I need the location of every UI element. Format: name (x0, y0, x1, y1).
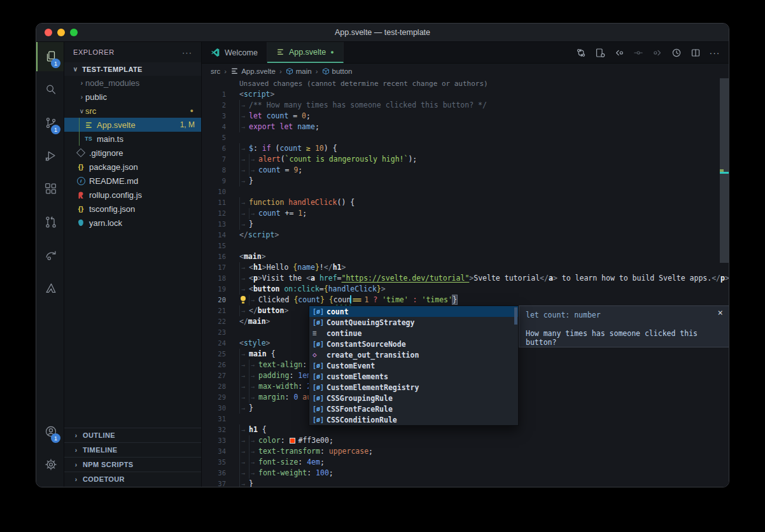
suggestion-customelementregistry[interactable]: [ø]CustomElementRegistry (309, 382, 518, 393)
code-line-5[interactable]: 5 (202, 132, 720, 143)
sidebar-item-github-pull-requests[interactable] (36, 207, 64, 237)
code-line-35[interactable]: 35→→font-size: 4em; (202, 457, 720, 468)
line-number: 5 (202, 132, 226, 143)
breadcrumb-separator: › (224, 67, 227, 75)
suggest-scrollbar[interactable] (514, 307, 517, 325)
code-line-20[interactable]: 20→Clicked {count} {coun≡1 ? 'time' : 't… (202, 295, 720, 305)
tree-item-package-json[interactable]: {}package.json (64, 160, 201, 174)
suggestion-count[interactable]: [ø]count (309, 306, 518, 317)
code-line-16[interactable]: 16<main> (202, 251, 720, 262)
tree-item-yarn-lock[interactable]: yarn.lock (64, 216, 201, 230)
code-line-18[interactable]: 18→<p>Visit the <a href="https://svelte.… (202, 273, 720, 284)
line-number: 18 (202, 273, 226, 284)
file-tree: ›node_modules›public∨src●App.svelte1, MT… (64, 76, 201, 230)
suggestion-create_out_transition[interactable]: ◇create_out_transition (309, 349, 518, 360)
tab-app-svelte[interactable]: App.svelte● (267, 42, 344, 63)
suggestion-constantsourcenode[interactable]: [ø]ConstantSourceNode (309, 339, 518, 349)
tree-item-app-svelte[interactable]: App.svelte1, M (64, 118, 201, 132)
breadcrumb-item-src[interactable]: src (211, 67, 220, 75)
panel-codetour[interactable]: ›CODETOUR (64, 472, 201, 486)
code-line-10[interactable]: 10 (202, 186, 720, 197)
tree-item-src[interactable]: ∨src● (64, 104, 201, 118)
breadcrumb-separator: › (316, 67, 318, 75)
sidebar-item-explorer[interactable]: 1 (36, 42, 64, 71)
tree-item-tsconfig-json[interactable]: {}tsconfig.json (64, 202, 201, 216)
more-editor-actions-icon[interactable]: ··· (707, 45, 722, 60)
code-line-36[interactable]: 36→→font-weight: 100; (202, 468, 720, 479)
tree-item-node-modules[interactable]: ›node_modules (64, 76, 201, 90)
tree-item-main-ts[interactable]: TSmain.ts (64, 132, 201, 146)
panel-outline[interactable]: ›OUTLINE (64, 428, 201, 442)
tree-item-readme-md[interactable]: iREADME.md (64, 174, 201, 188)
open-changes-icon[interactable] (593, 45, 608, 60)
accounts-button[interactable]: 1 (36, 417, 64, 446)
code-editor[interactable]: Unsaved changes (cannot determine recent… (202, 78, 729, 487)
code-line-8[interactable]: 8→→count = 9; (202, 165, 720, 176)
code-line-11[interactable]: 11→function handleClick() { (202, 197, 720, 208)
code-line-15[interactable]: 15 (202, 241, 720, 251)
panel-timeline[interactable]: ›TIMELINE (64, 442, 201, 457)
next-change-icon[interactable] (650, 45, 665, 60)
code-line-17[interactable]: 17→<h1>Hello {name}!</h1> (202, 262, 720, 273)
suggestion-cssconditionrule[interactable]: [ø]CSSConditionRule (309, 414, 518, 425)
tree-indent-guide (79, 132, 80, 146)
tree-root-test-template[interactable]: ∨ TEST-TEMPLATE (64, 62, 201, 76)
line-number: 2 (202, 100, 226, 111)
tree-item-rollup-config-js[interactable]: rollup.config.js (64, 188, 201, 202)
tab-label: Welcome (225, 48, 258, 57)
code-line-13[interactable]: 13→} (202, 219, 720, 230)
suggestion-cssgroupingrule[interactable]: [ø]CSSGroupingRule (309, 393, 518, 403)
code-line-6[interactable]: 6→$: if (count ≥ 10) { (202, 143, 720, 154)
suggestion-customevent[interactable]: [ø]CustomEvent (309, 360, 518, 371)
zoom-window-button[interactable] (70, 29, 78, 36)
settings-button[interactable] (36, 450, 64, 479)
code-line-19[interactable]: 19→<button on:click={handleClick}> (202, 284, 720, 295)
breadcrumb-item-button[interactable]: button (322, 67, 353, 75)
activity-bar: 1 1 (36, 42, 64, 487)
gitlens-compare-icon[interactable] (573, 45, 589, 60)
svelte-file-icon (276, 48, 284, 56)
file-label: src (85, 106, 96, 116)
code-line-3[interactable]: 3→let count = 0; (202, 111, 720, 122)
sidebar-item-extensions[interactable] (36, 174, 64, 204)
sidebar-item-azure[interactable] (36, 274, 64, 303)
code-line-7[interactable]: 7→→alert(`count is dangerously high!`); (202, 154, 720, 165)
sidebar-item-source-control[interactable]: 1 (36, 108, 64, 137)
sidebar-item-run-and-debug[interactable] (36, 141, 64, 171)
code-line-33[interactable]: 33→→color: #ff3e00; (202, 435, 720, 446)
code-line-34[interactable]: 34→→text-transform: uppercase; (202, 446, 720, 457)
close-window-button[interactable] (45, 29, 52, 36)
source-control-badge: 1 (51, 125, 60, 134)
sidebar-item-search[interactable] (36, 75, 64, 104)
code-line-32[interactable]: 32→h1 { (202, 424, 720, 435)
suggestion-countqueuingstrategy[interactable]: [ø]CountQueuingStrategy (309, 317, 518, 328)
file-history-icon[interactable] (669, 45, 684, 60)
code-line-14[interactable]: 14</script> (202, 230, 720, 241)
suggestion-continue[interactable]: ≡continue (309, 328, 518, 339)
split-editor-icon[interactable] (688, 45, 703, 60)
breadcrumb-item-app-svelte[interactable]: App.svelte (230, 67, 276, 75)
readme-info-icon: i (77, 177, 85, 185)
suggestion-customelements[interactable]: [ø]customElements (309, 371, 518, 382)
tree-item--gitignore[interactable]: .gitignore (64, 146, 201, 160)
panel-npm-scripts[interactable]: ›NPM SCRIPTS (64, 457, 201, 472)
close-icon[interactable]: × (718, 307, 723, 318)
suggestion-cssfontfacerule[interactable]: [ø]CSSFontFaceRule (309, 403, 518, 414)
code-line-1[interactable]: 1<script> (202, 89, 720, 100)
code-line-37[interactable]: 37→} (202, 479, 720, 487)
minimize-window-button[interactable] (57, 29, 65, 36)
code-line-4[interactable]: 4→export let name; (202, 122, 720, 132)
sidebar-item-live-share[interactable] (36, 241, 64, 270)
previous-change-icon[interactable] (612, 45, 627, 60)
code-line-2[interactable]: 2→/** How many times has someone clicked… (202, 100, 720, 111)
line-number: 24 (202, 338, 226, 349)
extensions-icon (44, 182, 58, 196)
tab-welcome[interactable]: Welcome (202, 42, 267, 63)
more-actions-icon[interactable]: ··· (182, 48, 192, 57)
tree-item-public[interactable]: ›public (64, 90, 201, 104)
code-line-12[interactable]: 12→→count += 1; (202, 208, 720, 219)
code-line-9[interactable]: 9→} (202, 176, 720, 186)
title-bar[interactable]: App.svelte — test-template (36, 24, 729, 42)
breadcrumb-item-main[interactable]: main (286, 67, 312, 75)
current-change-icon[interactable] (631, 45, 646, 60)
